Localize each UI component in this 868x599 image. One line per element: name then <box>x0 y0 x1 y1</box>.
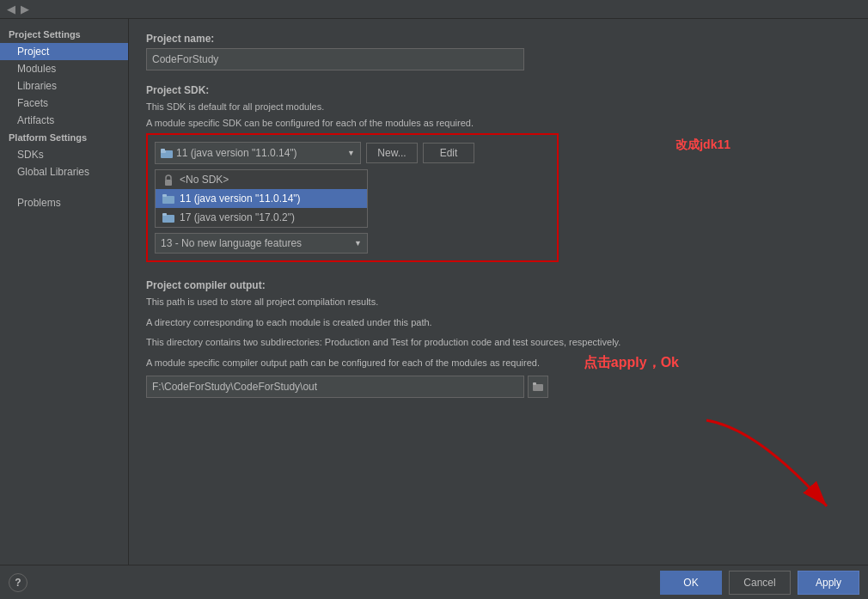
compiler-desc-1: This path is used to store all project c… <box>146 295 851 310</box>
sidebar-item-sdks[interactable]: SDKs <box>0 146 128 163</box>
folder-icon <box>161 148 173 158</box>
svg-rect-6 <box>162 215 174 223</box>
svg-rect-3 <box>165 180 172 186</box>
platform-settings-heading: Platform Settings <box>0 129 128 146</box>
sdk-dropdown-row: 11 (java version "11.0.14") ▼ New... Edi… <box>155 142 550 164</box>
lang-level-value: 13 - No new language features <box>161 237 302 249</box>
sdk-list-item-no-sdk[interactable]: <No SDK> <box>156 170 367 189</box>
browse-button[interactable] <box>528 376 548 398</box>
sdk-desc-1: This SDK is default for all project modu… <box>146 100 851 114</box>
folder-icon-11 <box>162 193 174 204</box>
arrow-annotation <box>689 412 861 523</box>
sidebar-item-libraries[interactable]: Libraries <box>0 77 128 95</box>
compiler-path-row <box>146 376 851 398</box>
apply-button[interactable]: Apply <box>798 571 859 595</box>
back-button[interactable]: ◀ <box>7 3 15 15</box>
folder-icon-17 <box>162 212 174 223</box>
svg-rect-4 <box>162 196 174 204</box>
svg-rect-2 <box>161 149 165 151</box>
sidebar-item-global-libraries[interactable]: Global Libraries <box>0 163 128 180</box>
forward-button[interactable]: ▶ <box>21 3 29 15</box>
lang-level-arrow-icon: ▼ <box>354 239 362 248</box>
content-area: Project name: Project SDK: This SDK is d… <box>129 19 868 565</box>
svg-rect-9 <box>533 382 536 385</box>
sdk-list-item-17[interactable]: 17 (java version "17.0.2") <box>156 208 367 227</box>
compiler-path-input[interactable] <box>146 376 524 398</box>
help-button[interactable]: ? <box>9 573 28 592</box>
sdk-desc-2: A module specific SDK can be configured … <box>146 116 851 131</box>
bottom-left: ? <box>9 573 28 592</box>
sdk-dropdown-text: 11 (java version "11.0.14") <box>161 147 297 159</box>
dropdown-arrow-icon: ▼ <box>347 149 355 157</box>
lang-level-row: 13 - No new language features ▼ <box>155 233 550 254</box>
compiler-output-section: Project compiler output: This path is us… <box>146 279 851 398</box>
bottom-right: OK Cancel Apply <box>660 571 859 595</box>
sidebar-item-project[interactable]: Project <box>0 43 128 60</box>
annotation-apply: 点击apply，Ok <box>584 354 679 372</box>
project-sdk-section: Project SDK: This SDK is default for all… <box>146 84 851 262</box>
compiler-desc-2: A directory corresponding to each module… <box>146 315 851 331</box>
lang-level-dropdown[interactable]: 13 - No new language features ▼ <box>155 233 368 254</box>
sidebar-item-artifacts[interactable]: Artifacts <box>0 112 128 129</box>
sdk-list: <No SDK> 11 (java version "11.0.14") <box>155 169 368 228</box>
project-settings-heading: Project Settings <box>0 26 128 43</box>
svg-rect-7 <box>162 213 167 216</box>
sdk-box: 11 (java version "11.0.14") ▼ New... Edi… <box>146 133 559 262</box>
sidebar-item-facets[interactable]: Facets <box>0 95 128 112</box>
ok-button[interactable]: OK <box>660 571 722 595</box>
svg-rect-5 <box>162 194 167 197</box>
svg-rect-8 <box>533 384 543 391</box>
sdk-selected-label: 11 (java version "11.0.14") <box>176 147 297 159</box>
project-name-section: Project name: <box>146 33 851 70</box>
annotation-sdk: 改成jdk11 <box>675 138 730 153</box>
sdk-11-label: 11 (java version "11.0.14") <box>180 193 301 205</box>
no-sdk-label: <No SDK> <box>180 174 229 186</box>
folder-browse-icon <box>533 382 543 392</box>
compiler-desc-4: A module specific compiler output path c… <box>146 356 851 371</box>
top-bar: ◀ ▶ <box>0 0 868 19</box>
bottom-bar: ? OK Cancel Apply <box>0 565 868 599</box>
sidebar: Project Settings Project Modules Librari… <box>0 19 129 565</box>
sdk-new-button[interactable]: New... <box>366 143 418 163</box>
lock-icon <box>162 174 174 186</box>
sdk-17-label: 17 (java version "17.0.2") <box>180 211 295 223</box>
project-name-input[interactable] <box>146 48 524 70</box>
sdk-list-item-11[interactable]: 11 (java version "11.0.14") <box>156 189 367 208</box>
compiler-output-label: Project compiler output: <box>146 279 851 291</box>
main-layout: Project Settings Project Modules Librari… <box>0 19 868 565</box>
cancel-button[interactable]: Cancel <box>729 571 791 595</box>
sdk-edit-button[interactable]: Edit <box>423 143 474 163</box>
sdk-dropdown[interactable]: 11 (java version "11.0.14") ▼ <box>155 142 361 164</box>
project-sdk-label: Project SDK: <box>146 84 851 96</box>
compiler-desc-3: This directory contains two subdirectori… <box>146 335 851 351</box>
sidebar-item-problems[interactable]: Problems <box>0 194 128 211</box>
project-name-label: Project name: <box>146 33 851 45</box>
sidebar-item-modules[interactable]: Modules <box>0 60 128 77</box>
